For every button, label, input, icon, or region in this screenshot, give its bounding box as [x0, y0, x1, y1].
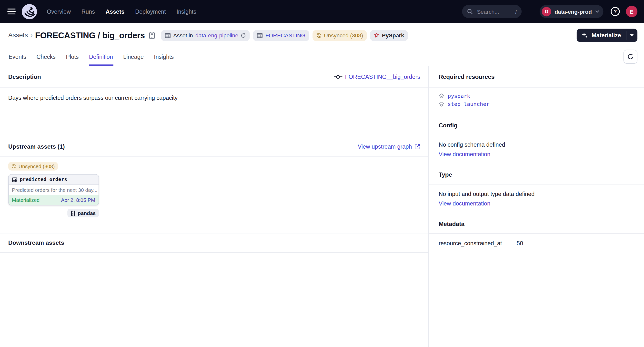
table-icon [165, 32, 171, 38]
pipeline-link[interactable]: data-eng-pipeline [196, 32, 238, 38]
metadata-row: resource_constrained_at 50 [438, 240, 634, 246]
tag-group-label: FORECASTING [266, 32, 306, 38]
materialized-timestamp[interactable]: Apr 2, 8:05 PM [61, 197, 95, 203]
search-box[interactable]: / [462, 5, 522, 18]
hamburger-menu-button[interactable] [7, 8, 16, 15]
config-heading: Config [438, 122, 458, 128]
user-avatar[interactable]: E [626, 6, 638, 17]
unsynced-icon [316, 33, 322, 38]
type-heading: Type [438, 171, 452, 178]
nav-item-overview[interactable]: Overview [47, 8, 71, 15]
resource-icon [438, 101, 444, 107]
nav-item-insights[interactable]: Insights [176, 8, 196, 15]
metadata-key: resource_constrained_at [438, 240, 517, 246]
type-empty-message: No input and output type data defined [438, 190, 634, 197]
clipboard-icon [148, 32, 155, 39]
materialize-label: Materialize [592, 32, 621, 38]
type-header: Type [429, 165, 644, 184]
tab-checks[interactable]: Checks [36, 48, 56, 66]
refresh-page-button[interactable] [624, 50, 638, 64]
nav-item-assets[interactable]: Assets [106, 8, 124, 15]
tag-asset-group[interactable]: FORECASTING [253, 30, 309, 41]
search-icon [467, 8, 473, 14]
group-icon [257, 32, 263, 38]
compute-kind-label: pandas [78, 210, 96, 216]
tag-compute-kind[interactable]: PySpark [370, 30, 408, 41]
spark-star-icon [374, 32, 380, 38]
view-upstream-graph-link[interactable]: View upstream graph [358, 144, 420, 150]
metadata-value: 50 [517, 240, 523, 246]
asset-tags: Asset in data-eng-pipeline FORECASTING [161, 30, 408, 41]
compute-kind-tag[interactable]: pandas [68, 209, 99, 217]
metadata-header: Metadata [429, 214, 644, 234]
left-column: Description FORECASTING__big_orders Days… [0, 66, 429, 347]
asset-name: predicted_orders [20, 177, 67, 182]
job-link[interactable]: FORECASTING__big_orders [334, 74, 420, 80]
table-icon [12, 177, 17, 182]
resource-icon [438, 93, 444, 99]
refresh-icon [627, 54, 634, 60]
config-docs-link[interactable]: View documentation [438, 151, 490, 158]
config-content: No config schema defined View documentat… [429, 135, 644, 165]
dagster-app: Overview Runs Assets Deployment Insights… [0, 0, 644, 347]
external-link-icon [414, 144, 420, 150]
job-icon [334, 74, 342, 79]
resource-name: step_launcher [448, 101, 489, 107]
downstream-section-header: Downstream assets [0, 233, 428, 252]
sync-status-label: Unsynced (308) [18, 163, 55, 169]
nav-right: / D data-eng-prod ? E [462, 5, 638, 18]
unsynced-icon [12, 164, 16, 168]
refresh-icon[interactable] [241, 33, 246, 38]
resource-link-step-launcher[interactable]: step_launcher [438, 101, 634, 107]
downstream-heading: Downstream assets [8, 240, 64, 246]
asset-tabs: Events Checks Plots Definition Lineage I… [0, 48, 644, 66]
upstream-section-header: Upstream assets (1) View upstream graph [0, 137, 428, 156]
resource-name: pyspark [448, 93, 470, 99]
definition-sidebar: Required resources pyspark step_launcher [429, 66, 644, 347]
top-nav: Overview Runs Assets Deployment Insights… [0, 0, 644, 23]
tab-definition[interactable]: Definition [88, 48, 114, 66]
tag-sync-status[interactable]: Unsynced (308) [312, 30, 367, 41]
description-text: Days where predicted orders surpass our … [0, 88, 428, 138]
copy-asset-key-button[interactable] [148, 32, 155, 39]
workspace-switcher[interactable]: D data-eng-prod [540, 5, 604, 18]
question-icon: ? [614, 8, 617, 14]
type-docs-link[interactable]: View documentation [438, 200, 490, 207]
tab-events[interactable]: Events [8, 48, 26, 66]
required-resources-heading: Required resources [438, 74, 494, 80]
asset-card-tags: pandas [8, 209, 99, 217]
sync-status-badge[interactable]: Unsynced (308) [8, 162, 58, 170]
resource-link-pyspark[interactable]: pyspark [438, 93, 634, 99]
help-button[interactable]: ? [611, 7, 620, 16]
definition-content: Description FORECASTING__big_orders Days… [0, 66, 644, 347]
nav-item-deployment[interactable]: Deployment [135, 8, 166, 15]
workspace-name: data-eng-prod [554, 8, 592, 15]
breadcrumb-separator: › [30, 32, 33, 39]
hamburger-icon [7, 8, 16, 10]
tab-plots[interactable]: Plots [66, 48, 79, 66]
tag-asset-in-prefix: Asset in [173, 32, 193, 38]
asset-description: Predicted orders for the next 30 day... [8, 185, 98, 195]
required-resources-list: pyspark step_launcher [429, 88, 644, 116]
search-input[interactable] [476, 8, 512, 15]
job-link-label: FORECASTING__big_orders [345, 74, 420, 80]
materialize-caret-button[interactable] [626, 29, 638, 42]
config-header: Config [429, 116, 644, 135]
tab-lineage[interactable]: Lineage [123, 48, 144, 66]
type-content: No input and output type data defined Vi… [429, 184, 644, 214]
materialized-status: Materialized [12, 197, 40, 203]
tab-insights[interactable]: Insights [154, 48, 174, 66]
tag-sync-label: Unsynced (308) [324, 32, 363, 38]
view-upstream-graph-label: View upstream graph [358, 144, 412, 150]
dagster-logo[interactable] [22, 4, 37, 19]
breadcrumb-assets-link[interactable]: Assets [8, 32, 28, 39]
sparkle-icon [582, 32, 588, 38]
nav-item-runs[interactable]: Runs [82, 8, 95, 15]
upstream-asset-card[interactable]: predicted_orders Predicted orders for th… [8, 174, 99, 206]
materialize-button[interactable]: Materialize [577, 29, 626, 42]
primary-nav: Overview Runs Assets Deployment Insights [47, 8, 196, 15]
metadata-table: resource_constrained_at 50 [429, 234, 644, 246]
upstream-assets-list: Unsynced (308) predicted_orders Predicte… [0, 156, 428, 233]
required-resources-header: Required resources [429, 66, 644, 88]
tag-compute-label: PySpark [382, 32, 404, 38]
